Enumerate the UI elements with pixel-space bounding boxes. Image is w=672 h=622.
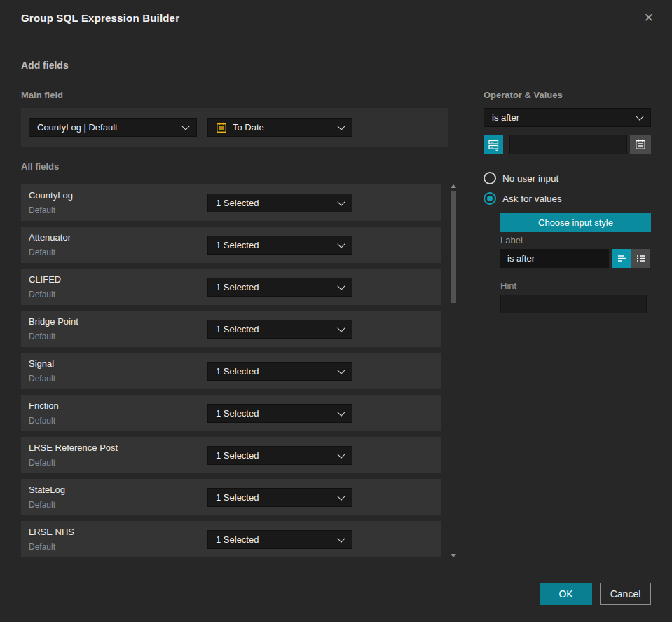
- ok-button[interactable]: OK: [540, 583, 592, 605]
- chevron-down-icon: [337, 122, 345, 130]
- field-selection-value: 1 Selected: [216, 450, 259, 461]
- field-selection-dropdown[interactable]: 1 Selected: [207, 446, 352, 465]
- field-row: Bridge Point Default 1 Selected: [21, 311, 441, 347]
- calendar-icon: [216, 122, 227, 133]
- date-picker-button[interactable]: [630, 135, 651, 154]
- chevron-down-icon: [337, 240, 345, 248]
- chevron-down-icon: [337, 534, 345, 542]
- field-name: CountyLog: [29, 190, 73, 201]
- radio-ask-for-values[interactable]: Ask for values: [484, 192, 562, 205]
- operator-value-input[interactable]: [509, 135, 627, 154]
- field-sublabel: Default: [29, 458, 55, 468]
- field-sublabel: Default: [29, 205, 55, 215]
- chevron-down-icon: [337, 198, 345, 205]
- main-field-select-value: CountyLog | Default: [37, 122, 118, 133]
- field-row: Attenuator Default 1 Selected: [21, 227, 441, 263]
- chevron-down-icon: [337, 366, 345, 374]
- field-sublabel: Default: [29, 500, 55, 510]
- align-left-style-button[interactable]: [612, 249, 631, 268]
- main-field-label: Main field: [21, 90, 63, 100]
- field-name: Friction: [29, 400, 59, 411]
- field-name: StateLog: [29, 485, 65, 495]
- field-selection-value: 1 Selected: [216, 492, 259, 503]
- panel-divider: [467, 84, 467, 561]
- field-name: LRSE Reference Post: [29, 442, 118, 453]
- chevron-down-icon: [337, 324, 345, 332]
- chevron-down-icon: [337, 282, 345, 290]
- field-sublabel: Default: [29, 374, 55, 384]
- chevron-down-icon: [337, 492, 345, 500]
- list-style-button[interactable]: [631, 249, 650, 268]
- field-row: CLIFED Default 1 Selected: [21, 269, 441, 305]
- field-sublabel: Default: [29, 332, 55, 342]
- label-field-label: Label: [500, 235, 523, 245]
- operator-select[interactable]: is after: [484, 108, 651, 127]
- field-selection-dropdown[interactable]: 1 Selected: [207, 278, 352, 297]
- hint-field-label: Hint: [500, 280, 516, 291]
- radio-checked-icon: [484, 192, 496, 205]
- field-selection-value: 1 Selected: [216, 366, 259, 377]
- operator-select-value: is after: [492, 112, 519, 123]
- chevron-down-icon: [636, 112, 643, 120]
- field-selection-value: 1 Selected: [216, 324, 259, 334]
- field-selection-dropdown[interactable]: 1 Selected: [207, 530, 352, 549]
- scrollbar-down-arrow[interactable]: [451, 554, 456, 557]
- field-name: CLIFED: [29, 274, 61, 285]
- field-selection-value: 1 Selected: [216, 408, 259, 419]
- field-row: LRSE Reference Post Default 1 Selected: [21, 437, 441, 473]
- field-name: Attenuator: [29, 232, 71, 243]
- choose-input-style-button[interactable]: Choose input style: [500, 213, 651, 232]
- radio-ask-for-values-label: Ask for values: [502, 194, 562, 204]
- chevron-down-icon: [337, 408, 345, 416]
- field-row: Friction Default 1 Selected: [21, 395, 441, 431]
- field-row: Signal Default 1 Selected: [21, 353, 441, 389]
- radio-unchecked-icon: [484, 172, 496, 184]
- field-selection-dropdown[interactable]: 1 Selected: [207, 236, 352, 255]
- main-field-select[interactable]: CountyLog | Default: [29, 118, 197, 137]
- all-fields-label: All fields: [21, 161, 59, 172]
- unique-values-button[interactable]: [484, 135, 503, 154]
- scrollbar-up-arrow[interactable]: [451, 184, 456, 188]
- field-sublabel: Default: [29, 416, 55, 426]
- scrollbar-thumb[interactable]: [451, 191, 456, 303]
- field-selection-value: 1 Selected: [216, 534, 259, 545]
- operator-values-label: Operator & Values: [484, 90, 563, 100]
- chevron-down-icon: [337, 450, 345, 458]
- field-row: StateLog Default 1 Selected: [21, 479, 441, 515]
- field-selection-dropdown[interactable]: 1 Selected: [207, 362, 352, 381]
- all-fields-list: CountyLog Default 1 Selected Attenuator …: [21, 184, 441, 557]
- label-input[interactable]: [500, 249, 609, 268]
- group-sql-expression-builder-dialog: Group SQL Expression Builder ✕ Add field…: [0, 0, 672, 622]
- cancel-button[interactable]: Cancel: [600, 583, 651, 605]
- field-sublabel: Default: [29, 290, 55, 299]
- field-selection-dropdown[interactable]: 1 Selected: [207, 194, 352, 212]
- chevron-down-icon: [181, 122, 189, 130]
- field-selection-value: 1 Selected: [216, 198, 259, 208]
- field-name: LRSE NHS: [29, 527, 74, 537]
- radio-no-user-input[interactable]: No user input: [484, 172, 558, 184]
- close-icon[interactable]: ✕: [641, 9, 657, 27]
- label-style-segmented-control: [612, 249, 650, 268]
- dialog-header: Group SQL Expression Builder ✕: [0, 0, 672, 36]
- field-sublabel: Default: [29, 248, 55, 257]
- hint-input[interactable]: [500, 295, 647, 313]
- field-selection-dropdown[interactable]: 1 Selected: [207, 320, 352, 339]
- field-name: Bridge Point: [29, 316, 78, 327]
- field-row: LRSE NHS Default 1 Selected: [21, 521, 441, 557]
- date-mode-select-value: To Date: [233, 122, 264, 133]
- add-fields-heading: Add fields: [21, 60, 69, 71]
- field-name: Signal: [29, 358, 54, 369]
- field-selection-dropdown[interactable]: 1 Selected: [207, 488, 352, 507]
- field-selection-value: 1 Selected: [216, 282, 259, 292]
- field-selection-dropdown[interactable]: 1 Selected: [207, 404, 352, 423]
- field-sublabel: Default: [29, 542, 55, 552]
- field-selection-value: 1 Selected: [216, 240, 259, 250]
- field-row: CountyLog Default 1 Selected: [21, 184, 441, 221]
- date-mode-select[interactable]: To Date: [207, 118, 352, 137]
- dialog-title: Group SQL Expression Builder: [21, 12, 179, 24]
- main-field-panel: CountyLog | Default To Date: [21, 108, 448, 147]
- radio-no-user-input-label: No user input: [502, 173, 558, 184]
